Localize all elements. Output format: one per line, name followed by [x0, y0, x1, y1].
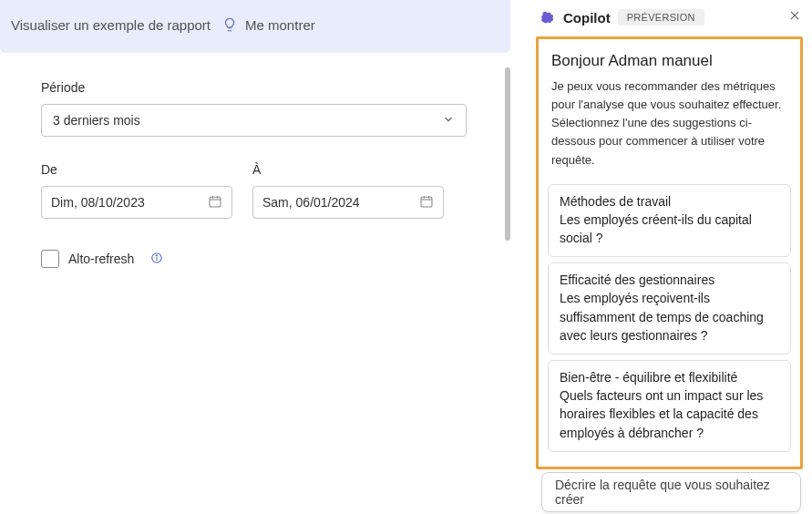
date-range-row: De Dim, 08/10/2023 À Sa [41, 162, 469, 219]
period-value: 3 derniers mois [53, 113, 140, 128]
auto-refresh-checkbox[interactable] [41, 250, 59, 268]
suggestion-title: Bien-être - équilibre et flexibilité [560, 370, 779, 385]
copilot-header: Copilot PRÉVERSION [529, 0, 812, 31]
scrollbar[interactable] [505, 67, 510, 241]
copilot-intro: Je peux vous recommander des métriques p… [539, 77, 800, 179]
main-form-area: Visualiser un exemple de rapport Me mont… [0, 0, 510, 514]
suggestion-card-manager-effectiveness[interactable]: Efficacité des gestionnaires Les employé… [548, 262, 791, 355]
suggestion-title: Efficacité des gestionnaires [560, 272, 779, 287]
suggestions-highlight: Bonjour Adman manuel Je peux vous recomm… [536, 36, 803, 469]
chevron-down-icon [442, 113, 455, 128]
example-report-link[interactable]: Visualiser un exemple de rapport [11, 17, 211, 33]
period-label: Période [41, 80, 469, 95]
to-label: À [252, 162, 444, 177]
auto-refresh-label: Alto-refresh [68, 252, 134, 266]
auto-refresh-row: Alto-refresh [41, 250, 469, 268]
example-banner: Visualiser un exemple de rapport Me mont… [0, 0, 510, 53]
prompt-placeholder: Décrire la requête que vous souhaitez cr… [555, 478, 787, 507]
preview-badge: PRÉVERSION [618, 9, 704, 26]
close-icon[interactable] [788, 9, 801, 26]
copilot-icon [540, 9, 556, 26]
period-select[interactable]: 3 derniers mois [41, 104, 467, 137]
suggestion-body: Les employés créent-ils du capital socia… [560, 211, 779, 248]
suggestion-body: Quels facteurs ont un impact sur les hor… [560, 386, 779, 442]
from-label: De [41, 162, 232, 177]
copilot-panel: Copilot PRÉVERSION Bonjour Adman manuel … [529, 0, 812, 514]
suggestion-body: Les employés reçoivent-ils suffisamment … [560, 289, 779, 344]
to-date-value: Sam, 06/01/2024 [262, 195, 360, 210]
svg-point-10 [157, 254, 158, 255]
from-date-input[interactable]: Dim, 08/10/2023 [41, 186, 232, 219]
copilot-prompt-input[interactable]: Décrire la requête que vous souhaitez cr… [541, 472, 801, 512]
calendar-icon [419, 194, 434, 211]
lightbulb-icon [221, 16, 238, 33]
from-date-value: Dim, 08/10/2023 [51, 195, 145, 210]
svg-rect-0 [210, 197, 221, 207]
suggestion-card-wellbeing[interactable]: Bien-être - équilibre et flexibilité Que… [548, 360, 791, 452]
info-icon[interactable] [150, 252, 163, 267]
to-date-input[interactable]: Sam, 06/01/2024 [252, 186, 444, 219]
svg-rect-4 [421, 197, 432, 207]
suggestion-title: Méthodes de travail [560, 194, 779, 209]
form-section: Période 3 derniers mois De Dim, 08/10/20… [0, 53, 510, 268]
copilot-title: Copilot [563, 10, 611, 26]
calendar-icon [208, 194, 222, 211]
show-me-link[interactable]: Me montrer [245, 17, 315, 33]
copilot-greeting: Bonjour Adman manuel [539, 48, 800, 77]
suggestion-card-work-methods[interactable]: Méthodes de travail Les employés créent-… [548, 184, 791, 258]
